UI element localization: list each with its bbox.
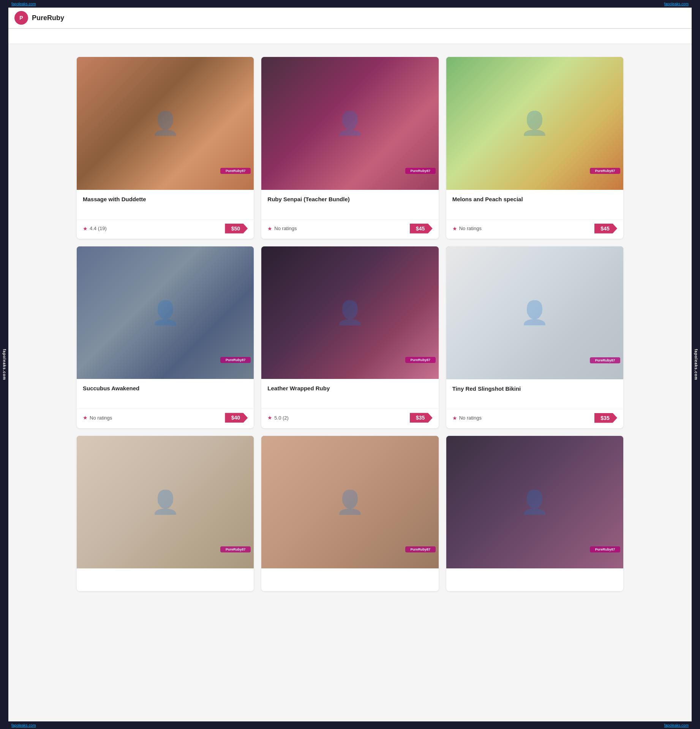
star-icon: ★ — [83, 226, 88, 232]
product-footer: ★No ratings$45 — [261, 219, 438, 239]
product-card[interactable]: 👤PureRuby87Massage with Duddette★4.4 (19… — [77, 57, 254, 239]
watermark: PureRuby87 — [405, 357, 436, 376]
product-card[interactable]: 👤PureRuby87 — [446, 436, 623, 592]
avatar: P — [14, 11, 28, 25]
product-footer: ★4.4 (19)$50 — [77, 219, 254, 239]
product-card[interactable]: 👤PureRuby87 — [261, 436, 438, 592]
product-footer: ★No ratings$40 — [77, 409, 254, 428]
product-title: Massage with Duddette — [83, 195, 248, 203]
product-card[interactable]: 👤PureRuby87Ruby Senpai (Teacher Bundle)★… — [261, 57, 438, 239]
site-header: P PureRuby — [8, 8, 692, 29]
product-image: 👤PureRuby87 — [446, 57, 623, 190]
top-banner-link-right[interactable]: fapoleaks.com — [664, 2, 689, 6]
rating-text: 4.4 (19) — [90, 226, 107, 231]
page-title: PureRuby — [32, 14, 64, 22]
price-badge: $45 — [410, 224, 433, 234]
price-badge: $40 — [225, 413, 248, 423]
star-icon: ★ — [267, 226, 272, 232]
nav-tabs — [8, 29, 692, 44]
product-image: 👤PureRuby87 — [446, 436, 623, 569]
watermark: PureRuby87 — [590, 357, 620, 376]
right-side-banner: fapoleaks.com — [692, 0, 700, 610]
main-content: 👤PureRuby87Massage with Duddette★4.4 (19… — [8, 49, 692, 599]
left-side-banner: fapoleaks.com — [0, 0, 8, 610]
product-image: 👤PureRuby87 — [77, 57, 254, 190]
product-title: Ruby Senpai (Teacher Bundle) — [267, 195, 432, 203]
product-title: Tiny Red Slingshot Bikini — [452, 385, 617, 393]
product-card[interactable]: 👤PureRuby87Tiny Red Slingshot Bikini★No … — [446, 246, 623, 428]
avatar-initial: P — [19, 15, 23, 21]
product-title: Leather Wrapped Ruby — [267, 384, 432, 392]
star-icon: ★ — [452, 226, 457, 232]
rating-area: ★No ratings — [452, 415, 482, 421]
price-badge: $35 — [410, 413, 433, 423]
product-image: 👤PureRuby87 — [261, 436, 438, 569]
rating-text: No ratings — [459, 415, 482, 421]
rating-text: No ratings — [274, 226, 297, 231]
price-badge: $50 — [225, 224, 248, 234]
star-icon: ★ — [267, 415, 272, 421]
product-title: Melons and Peach special — [452, 195, 617, 203]
product-grid: 👤PureRuby87Massage with Duddette★4.4 (19… — [77, 57, 623, 591]
top-banner-link-left[interactable]: fapoleaks.com — [11, 2, 36, 6]
product-title: Succubus Awakened — [83, 384, 248, 392]
star-icon: ★ — [452, 415, 457, 421]
watermark: PureRuby87 — [590, 546, 620, 565]
product-card[interactable]: 👤PureRuby87 — [77, 436, 254, 592]
left-banner-text: fapoleaks.com — [2, 349, 6, 380]
watermark: PureRuby87 — [220, 546, 251, 565]
watermark: PureRuby87 — [590, 168, 620, 187]
watermark: PureRuby87 — [405, 546, 436, 565]
rating-area: ★5.0 (2) — [267, 415, 289, 421]
right-banner-text: fapoleaks.com — [694, 349, 698, 380]
product-footer: ★5.0 (2)$35 — [261, 409, 438, 428]
product-footer: ★No ratings$45 — [446, 219, 623, 239]
watermark: PureRuby87 — [405, 168, 436, 187]
star-icon: ★ — [83, 415, 88, 421]
product-image: 👤PureRuby87 — [261, 57, 438, 190]
product-image: 👤PureRuby87 — [261, 246, 438, 379]
rating-text: No ratings — [90, 415, 112, 421]
price-badge: $35 — [594, 413, 617, 423]
top-banner: fapoleaks.com fapoleaks.com — [8, 0, 692, 8]
rating-area: ★No ratings — [267, 226, 297, 232]
product-image: 👤PureRuby87 — [446, 246, 623, 379]
product-card[interactable]: 👤PureRuby87Succubus Awakened★No ratings$… — [77, 246, 254, 428]
product-footer: ★No ratings$35 — [446, 409, 623, 428]
product-card[interactable]: 👤PureRuby87Melons and Peach special★No r… — [446, 57, 623, 239]
rating-area: ★4.4 (19) — [83, 226, 107, 232]
rating-area: ★No ratings — [83, 415, 112, 421]
rating-area: ★No ratings — [452, 226, 482, 232]
rating-text: No ratings — [459, 226, 482, 231]
product-card[interactable]: 👤PureRuby87Leather Wrapped Ruby★5.0 (2)$… — [261, 246, 438, 428]
watermark: PureRuby87 — [220, 357, 251, 376]
rating-text: 5.0 (2) — [274, 415, 289, 421]
price-badge: $45 — [594, 224, 617, 234]
product-image: 👤PureRuby87 — [77, 246, 254, 379]
watermark: PureRuby87 — [220, 168, 251, 187]
product-image: 👤PureRuby87 — [77, 436, 254, 569]
